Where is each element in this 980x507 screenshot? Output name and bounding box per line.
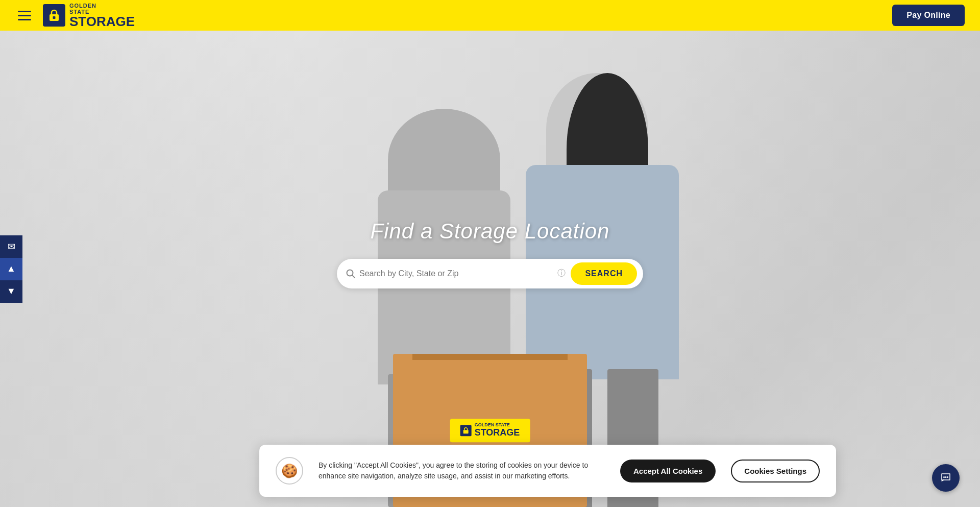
logo-storage: STORAGE	[69, 15, 135, 28]
search-bar: ⓘ SEARCH	[337, 259, 643, 288]
email-icon: ✉	[8, 241, 15, 252]
header: GOLDEN STATE STORAGE Pay Online	[0, 0, 980, 31]
location-search-input[interactable]	[359, 269, 552, 278]
cookie-emoji: 🍪	[281, 463, 298, 479]
pay-online-button[interactable]: Pay Online	[892, 5, 965, 26]
cookie-banner: 🍪 By clicking "Accept All Cookies", you …	[259, 445, 836, 497]
accept-all-cookies-button[interactable]: Accept All Cookies	[620, 460, 716, 482]
chat-icon	[940, 472, 952, 484]
svg-rect-2	[463, 430, 469, 433]
scroll-down-button[interactable]: ▼	[0, 280, 22, 303]
box-storage-text: STORAGE	[475, 428, 520, 438]
hamburger-line-2	[18, 15, 31, 16]
svg-line-4	[352, 275, 355, 278]
search-icon	[346, 269, 355, 278]
email-sidebar-button[interactable]: ✉	[0, 235, 22, 258]
cookie-icon: 🍪	[276, 457, 303, 485]
box-lock-svg	[462, 427, 470, 434]
chat-button[interactable]	[932, 464, 960, 492]
left-sidebar: ✉ ▲ ▼	[0, 235, 22, 303]
cookies-settings-button[interactable]: Cookies Settings	[731, 460, 820, 482]
box-logo-icon	[460, 425, 472, 436]
hamburger-line-3	[18, 19, 31, 20]
scroll-up-button[interactable]: ▲	[0, 258, 22, 280]
svg-rect-6	[945, 476, 947, 478]
svg-rect-7	[947, 476, 948, 478]
down-arrow-icon: ▼	[7, 286, 16, 297]
logo-text: GOLDEN STATE STORAGE	[69, 3, 135, 28]
box-logo-text-wrap: GOLDEN STATE STORAGE	[475, 423, 520, 438]
search-button[interactable]: SEARCH	[571, 262, 637, 285]
info-icon[interactable]: ⓘ	[557, 268, 566, 279]
hamburger-menu[interactable]	[15, 8, 34, 23]
up-arrow-icon: ▲	[7, 263, 16, 274]
logo-lock-icon	[47, 9, 61, 22]
cookie-text: By clicking "Accept All Cookies", you ag…	[318, 460, 605, 481]
hero-title: Find a Storage Location	[337, 219, 643, 244]
nav-left: GOLDEN STATE STORAGE	[15, 3, 135, 28]
hero-content: Find a Storage Location ⓘ SEARCH	[337, 219, 643, 288]
magnifier-svg	[346, 269, 355, 278]
hamburger-line-1	[18, 11, 31, 12]
logo[interactable]: GOLDEN STATE STORAGE	[43, 3, 135, 28]
logo-icon	[43, 4, 65, 27]
box-logo-overlay: GOLDEN STATE STORAGE	[450, 419, 530, 442]
hero-section: GOLDEN STATE STORAGE Find a Storage Loca…	[0, 31, 980, 507]
logo-golden: GOLDEN	[69, 3, 135, 9]
svg-rect-5	[943, 476, 945, 478]
svg-rect-1	[53, 16, 56, 19]
